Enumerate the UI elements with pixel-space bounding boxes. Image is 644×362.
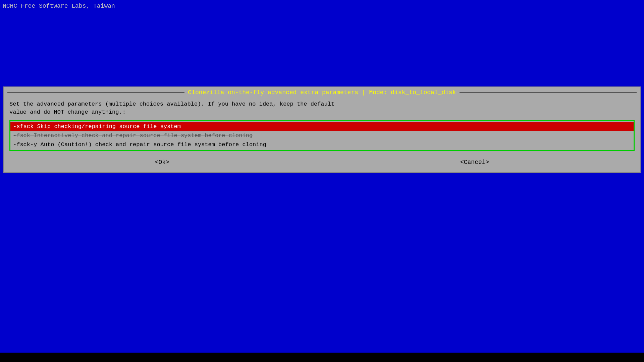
buttons-row: <Ok> <Cancel> — [9, 156, 635, 169]
header-title: NCHC Free Software Labs, Taiwan — [3, 3, 115, 9]
bottom-bar — [0, 353, 644, 362]
dialog-body: Set the advanced parameters (multiple ch… — [4, 98, 640, 172]
title-left-line — [7, 92, 184, 93]
list-item-fsck[interactable]: -fsck Interactively check and repair sou… — [10, 131, 634, 140]
description-line2: value and do NOT change anything.: — [9, 109, 126, 115]
title-right-line — [460, 92, 637, 93]
dialog-title: Clonezilla on-the-fly advanced extra par… — [188, 89, 456, 96]
cancel-button[interactable]: <Cancel> — [453, 158, 496, 167]
dialog-title-bar: Clonezilla on-the-fly advanced extra par… — [4, 87, 640, 98]
list-item-fsck-y[interactable]: -fsck-y Auto (Caution!) check and repair… — [10, 140, 634, 149]
options-list: -sfsck Skip checking/repairing source fi… — [9, 120, 635, 151]
description-text: Set the advanced parameters (multiple ch… — [9, 100, 635, 116]
list-item-sfsck[interactable]: -sfsck Skip checking/repairing source fi… — [10, 122, 634, 131]
ok-button[interactable]: <Ok> — [148, 158, 176, 167]
dialog-box: Clonezilla on-the-fly advanced extra par… — [3, 86, 641, 173]
description-line1: Set the advanced parameters (multiple ch… — [9, 101, 334, 107]
